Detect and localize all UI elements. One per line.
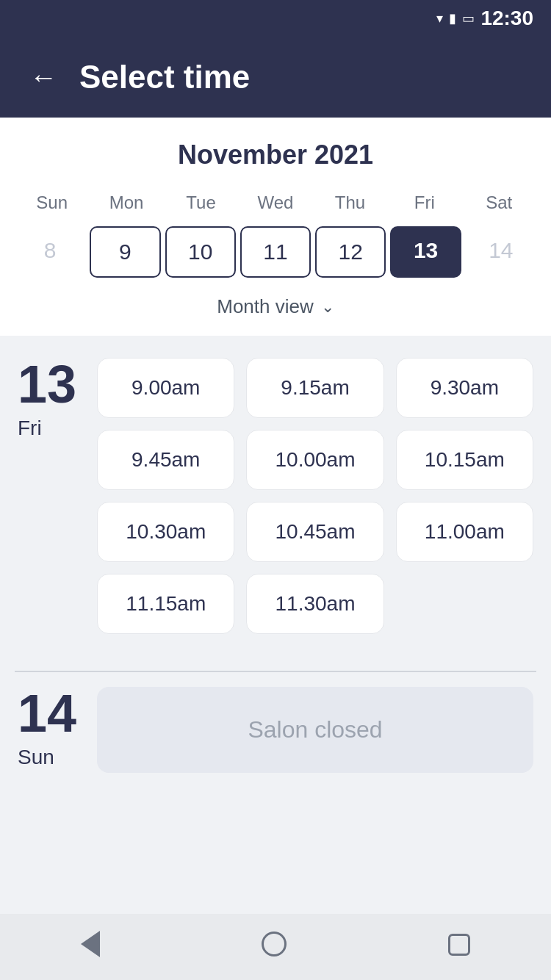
month-view-label: Month view (217, 295, 314, 318)
nav-back-button[interactable] (73, 923, 107, 970)
time-slot-1000am[interactable]: 10.00am (246, 430, 383, 490)
day-13-number: 13 (18, 358, 76, 411)
page-title: Select time (79, 59, 250, 96)
home-nav-icon (262, 932, 287, 956)
weekday-sat: Sat (462, 188, 536, 217)
cal-day-8: 8 (15, 226, 85, 278)
weekday-wed: Wed (238, 188, 312, 217)
header: ← Select time (0, 37, 551, 118)
cal-day-13[interactable]: 13 (390, 226, 461, 278)
salon-closed-box: Salon closed (97, 687, 533, 773)
weekday-thu: Thu (313, 188, 387, 217)
time-slot-915am[interactable]: 9.15am (246, 358, 383, 418)
month-view-toggle[interactable]: Month view ⌄ (15, 285, 536, 321)
time-slot-1100am[interactable]: 11.00am (396, 502, 533, 562)
weekday-sun: Sun (15, 188, 89, 217)
back-button[interactable]: ← (29, 63, 57, 91)
month-year-title: November 2021 (15, 140, 536, 170)
weekday-mon: Mon (89, 188, 163, 217)
time-slot-1030am[interactable]: 10.30am (97, 502, 234, 562)
time-slot-930am[interactable]: 9.30am (396, 358, 533, 418)
time-slot-1130am[interactable]: 11.30am (246, 574, 383, 634)
bottom-nav (0, 914, 551, 980)
day-13-section: 13 Fri 9.00am 9.15am 9.30am 9.45am 10.00… (0, 336, 551, 671)
calendar-row: 8 9 10 11 12 13 14 (15, 226, 536, 278)
day-13-name: Fri (18, 417, 76, 440)
battery-icon: ▭ (462, 10, 475, 26)
chevron-down-icon: ⌄ (321, 298, 334, 317)
cal-day-9[interactable]: 9 (90, 226, 160, 278)
status-bar: ▾ ▮ ▭ 12:30 (0, 0, 551, 37)
day-13-header: 13 Fri 9.00am 9.15am 9.30am 9.45am 10.00… (18, 358, 533, 634)
time-slot-900am[interactable]: 9.00am (97, 358, 234, 418)
wifi-icon: ▾ (436, 10, 443, 26)
status-time: 12:30 (480, 7, 533, 30)
signal-icon: ▮ (449, 10, 456, 26)
cal-day-14: 14 (466, 226, 536, 278)
cal-day-12[interactable]: 12 (315, 226, 386, 278)
weekday-headers: Sun Mon Tue Wed Thu Fri Sat (15, 188, 536, 217)
cal-day-10[interactable]: 10 (165, 226, 236, 278)
day-13-info: 13 Fri (18, 358, 76, 440)
status-icons: ▾ ▮ ▭ 12:30 (436, 7, 533, 30)
time-slot-1115am[interactable]: 11.15am (97, 574, 234, 634)
cal-day-11[interactable]: 11 (240, 226, 311, 278)
back-nav-icon (81, 931, 100, 957)
weekday-fri: Fri (387, 188, 461, 217)
time-slot-1015am[interactable]: 10.15am (396, 430, 533, 490)
recent-nav-icon (448, 934, 470, 956)
nav-home-button[interactable] (254, 924, 294, 970)
day-14-info: 14 Sun (18, 687, 76, 769)
calendar-section: November 2021 Sun Mon Tue Wed Thu Fri Sa… (0, 118, 551, 336)
day-14-content: 14 Sun Salon closed (18, 687, 533, 773)
time-slot-945am[interactable]: 9.45am (97, 430, 234, 490)
weekday-tue: Tue (164, 188, 238, 217)
time-slots-grid-13: 9.00am 9.15am 9.30am 9.45am 10.00am 10.1… (97, 358, 533, 634)
day-14-number: 14 (18, 687, 76, 740)
time-slot-1045am[interactable]: 10.45am (246, 502, 383, 562)
day-14-section: 14 Sun Salon closed (0, 672, 551, 802)
day-14-name: Sun (18, 746, 76, 769)
nav-recent-button[interactable] (441, 926, 478, 969)
